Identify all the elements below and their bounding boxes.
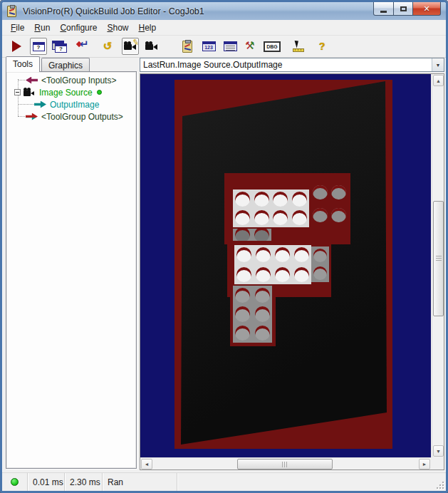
lego-stud (255, 326, 270, 341)
lego-stud (235, 288, 250, 303)
run-time-panel: 2.30 ms (65, 473, 103, 491)
lego-stud (254, 210, 269, 225)
show-all-job-editors-button[interactable]: ? (51, 38, 68, 55)
lego-stud (313, 208, 328, 223)
tree-item-label: <ToolGroup Outputs> (41, 112, 123, 122)
reset-button[interactable]: ↺ (99, 38, 116, 55)
triangle-right-icon: ► (422, 462, 427, 467)
tree-item-outputimage[interactable]: OutputImage (18, 98, 99, 110)
status-fill-panel (177, 473, 446, 491)
reset-arrow-icon: ↺ (103, 40, 113, 53)
tree-item-toolgroup-outputs[interactable]: <ToolGroup Outputs> (18, 110, 123, 123)
left-tabs: Tools Graphics (6, 56, 91, 72)
lego-stud (331, 208, 346, 223)
camera-icon (145, 41, 159, 51)
titlebar[interactable]: VisionPro(R) QuickBuild Job Editor - Cog… (2, 2, 446, 20)
run-job-button[interactable] (8, 38, 25, 55)
help-button[interactable]: ? (313, 38, 330, 55)
counts-window-icon: 123 (202, 41, 216, 51)
horizontal-scrollbar[interactable]: ◄ ► (140, 457, 431, 469)
lego-brick (233, 229, 271, 241)
tab-graphics[interactable]: Graphics (41, 58, 90, 72)
acquire-camera-button[interactable] (143, 38, 160, 55)
maximize-button[interactable] (394, 2, 413, 16)
status-led-icon (11, 478, 19, 486)
lego-stud (235, 306, 250, 321)
lego-stud (313, 185, 328, 200)
tab-tools[interactable]: Tools (6, 56, 40, 72)
lego-stud (275, 247, 290, 262)
image-display[interactable] (140, 74, 431, 457)
lego-stud (236, 247, 251, 262)
loop-arrow-icon: ↵ (77, 41, 93, 52)
job-window-icon: ? (33, 42, 45, 51)
combo-drop-button[interactable]: ▼ (432, 58, 444, 71)
image-panel: ▲ ▼ ◄ ► (140, 73, 444, 470)
thumb-grip (282, 462, 288, 467)
vertical-scroll-thumb[interactable] (433, 201, 444, 316)
lego-stud (235, 210, 250, 225)
job-tree: <ToolGroup Inputs> Image Source OutputIm… (6, 72, 136, 468)
hammer-wrench-icon: ⚒⚒ (245, 41, 258, 52)
lego-stud (273, 192, 288, 207)
run-counts-button[interactable]: 123 (200, 38, 217, 55)
lego-stud (254, 229, 269, 241)
menu-help[interactable]: Help (133, 21, 161, 35)
status-led-panel (2, 473, 28, 491)
tree-item-label: Image Source (39, 88, 93, 98)
close-button[interactable]: ✕ (413, 2, 441, 16)
triangle-left-icon: ◄ (145, 462, 150, 467)
posted-items-button[interactable] (222, 38, 239, 55)
lego-stud (331, 185, 346, 200)
close-icon: ✕ (423, 4, 429, 14)
lego-stud (313, 249, 328, 263)
lego-brick (234, 245, 311, 284)
job-properties-button[interactable] (179, 38, 196, 55)
job-tools-button[interactable]: ⚒⚒ (243, 38, 260, 55)
lego-stud (273, 210, 288, 225)
lego-stud (294, 247, 309, 262)
debug-icon: DBG (264, 41, 281, 52)
lego-stud (235, 326, 250, 341)
show-job-editor-button[interactable]: ? (30, 38, 47, 55)
lego-brick (233, 190, 309, 227)
tree-item-image-source[interactable]: Image Source (14, 86, 102, 98)
menu-configure[interactable]: Configure (55, 21, 102, 35)
menu-file[interactable]: File (6, 21, 29, 35)
lego-stud (255, 306, 270, 321)
acquire-time-panel: 0.01 ms (28, 473, 65, 491)
run-continuous-button[interactable]: ↵ (76, 38, 93, 55)
horizontal-scroll-thumb[interactable] (237, 459, 333, 469)
scroll-down-button[interactable]: ▼ (433, 445, 444, 457)
debug-window-button[interactable]: DBG (264, 38, 281, 55)
image-source-editor-button[interactable]: ✎ (122, 38, 139, 55)
scroll-up-button[interactable]: ▲ (433, 75, 444, 86)
tree-item-toolgroup-inputs[interactable]: <ToolGroup Inputs> (18, 74, 116, 86)
tools-tree-panel: <ToolGroup Inputs> Image Source OutputIm… (6, 71, 137, 469)
vertical-scrollbar[interactable]: ▲ ▼ (432, 74, 444, 457)
lego-stud (254, 192, 269, 207)
scrollbar-corner (432, 457, 444, 469)
lego-brick (311, 181, 348, 227)
menu-run[interactable]: Run (29, 21, 55, 35)
scroll-left-button[interactable]: ◄ (141, 459, 152, 469)
image-selector-combo[interactable]: LastRun.Image Source.OutputImage ▼ (140, 58, 444, 72)
thumb-grip (436, 256, 442, 261)
help-icon: ? (319, 41, 325, 52)
minimize-button[interactable] (373, 2, 394, 16)
statusbar: 0.01 ms 2.30 ms Ran (2, 472, 446, 491)
clipboard-pen-icon (182, 41, 192, 53)
menu-show[interactable]: Show (102, 21, 133, 35)
lego-stud (294, 267, 309, 282)
scroll-right-button[interactable]: ► (419, 459, 430, 469)
resize-grip[interactable] (435, 480, 444, 489)
lego-brick (311, 246, 329, 282)
caption-buttons: ✕ (373, 2, 441, 16)
collapse-expander-icon[interactable] (14, 89, 21, 95)
camera-edit-icon: ✎ (123, 41, 137, 51)
lego-stud (255, 288, 270, 303)
pointer-measure-button[interactable] (291, 38, 308, 55)
lego-stud (235, 192, 250, 207)
triangle-up-icon: ▲ (436, 78, 441, 83)
lego-stud (256, 267, 271, 282)
